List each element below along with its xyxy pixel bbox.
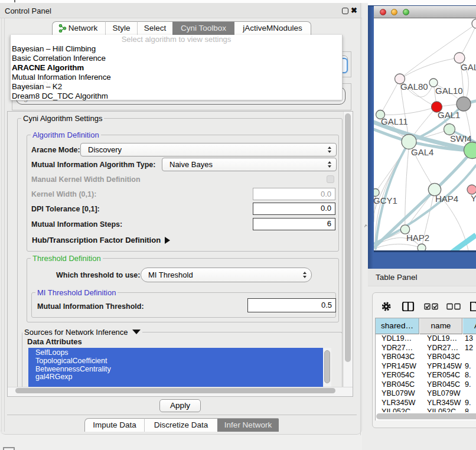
svg-text:GCY1: GCY1 <box>374 195 397 206</box>
svg-text:GAL11: GAL11 <box>381 116 408 126</box>
svg-text:GAL80: GAL80 <box>400 81 428 92</box>
svg-text:SWI4: SWI4 <box>450 133 472 144</box>
svg-text:GAL4: GAL4 <box>411 147 433 157</box>
svg-text:GAL7: GAL7 <box>461 62 476 72</box>
svg-text:HAP2: HAP2 <box>406 233 429 243</box>
svg-text:YM: YM <box>471 193 476 203</box>
svg-text:HAP4: HAP4 <box>435 194 458 204</box>
svg-text:GAL10: GAL10 <box>435 86 463 96</box>
svg-text:GAL1: GAL1 <box>438 110 460 120</box>
